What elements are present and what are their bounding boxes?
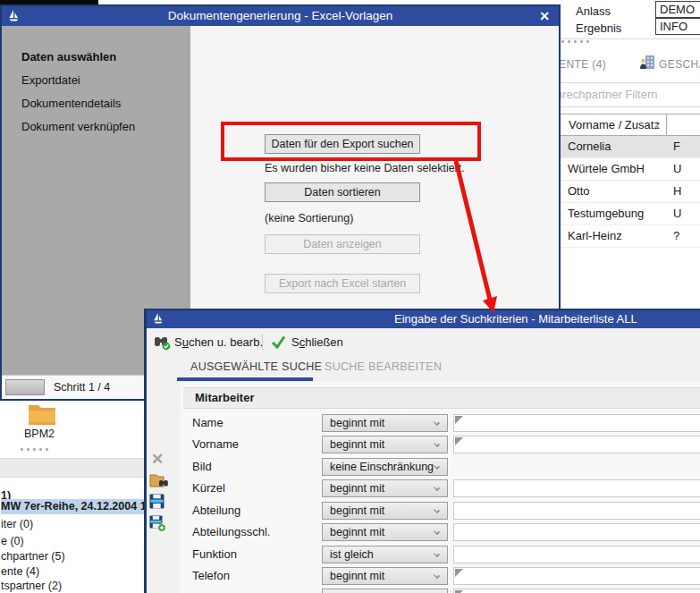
chevron-down-icon [434, 441, 440, 447]
form-row-bild: Bild keine Einschränkung [181, 458, 700, 476]
chevron-down-icon [434, 529, 440, 535]
table-row[interactable]: Cornelia F [561, 136, 700, 158]
chevron-down-icon [434, 507, 440, 513]
schliessen-button[interactable]: Schließen [291, 328, 343, 356]
dialog1-title: Dokumentengenerierung - Excel-Vorlagen [168, 9, 392, 22]
ergebnis-label: Ergebnis [576, 20, 621, 37]
operator-value: beginnt mit [330, 480, 384, 496]
sort-data-button[interactable]: Daten sortieren [265, 182, 420, 202]
section-header: Mitarbeiter [183, 387, 700, 409]
tab-geschaeftspartner[interactable]: GESCHÄF [659, 58, 700, 71]
field-label: Vorname [192, 436, 239, 453]
operator-select[interactable]: beginnt mit [322, 502, 448, 520]
table-row[interactable]: Karl-Heinz ? [561, 225, 700, 248]
table-row[interactable]: Würtele GmbH U [561, 158, 700, 181]
field-label: Bild [192, 458, 212, 476]
tab-ausgewaehlte-suche[interactable]: AUSGEWÄHLTE SUCHE [190, 360, 322, 373]
operator-select[interactable]: beginnt mit [322, 414, 448, 432]
operator-value: keine Einschränkung [330, 459, 434, 475]
operator-select[interactable]: beginnt mit [322, 479, 448, 497]
tree-item[interactable]: ente (4) [1, 564, 145, 580]
start-excel-export-button[interactable]: Export nach Excel starten [265, 274, 420, 293]
tab-suche-bearbeiten[interactable]: SUCHE BEARBEITEN [325, 360, 442, 373]
value-input[interactable] [453, 502, 700, 520]
tree-item[interactable]: chpartner (5) [1, 549, 145, 564]
cell-code: F [673, 136, 680, 157]
field-label: Name [192, 414, 223, 432]
app-sailboat-icon [153, 312, 164, 330]
field-label: Abteilungsschl. [192, 523, 270, 541]
anlass-label: Anlass [576, 3, 611, 20]
field-label: Mobiltelefon [192, 589, 255, 593]
section-title: Mitarbeiter [195, 388, 254, 408]
sidebar-item-exportdatei[interactable]: Exportdatei [21, 72, 80, 89]
cell-code: U [673, 203, 681, 224]
column-header-code[interactable] [667, 114, 700, 136]
sidebar-item-daten-auswaehlen[interactable]: Daten auswählen [21, 49, 116, 65]
column-header-vorname[interactable]: Vorname / Zusatz 1 ▲ [561, 114, 667, 136]
close-icon[interactable]: ✕ [539, 6, 550, 26]
ergebnis-field[interactable]: INFO [655, 18, 700, 35]
value-input[interactable] [453, 479, 700, 497]
business-partner-icon [639, 55, 655, 72]
search-caption: Es wurden bisher keine Daten selektiert. [265, 162, 465, 174]
search-actions-strip: ✕ [147, 382, 181, 593]
operator-select[interactable]: ist gleich [322, 546, 448, 563]
tree-item[interactable]: iter (0) [1, 517, 145, 532]
cell-code: U [673, 158, 681, 180]
operator-value: beginnt mit [330, 503, 384, 519]
folder-icon[interactable] [28, 402, 56, 428]
operator-value: beginnt mit [330, 589, 384, 593]
table-row[interactable]: Testumgebung U [561, 203, 700, 225]
value-input[interactable] [453, 523, 700, 541]
tree-item[interactable]: tspartner (2) [1, 579, 145, 593]
chevron-down-icon [434, 572, 440, 579]
operator-value: ist gleich [330, 546, 374, 563]
anlass-field[interactable]: DEMO [655, 1, 700, 18]
clear-search-icon[interactable]: ✕ [151, 452, 164, 467]
splitter-dots-icon[interactable] [21, 448, 48, 451]
dialog1-titlebar[interactable]: Dokumentengenerierung - Excel-Vorlagen ✕ [2, 6, 559, 26]
operator-select[interactable]: beginnt mit [322, 567, 448, 585]
operator-select[interactable]: beginnt mit [322, 523, 448, 541]
toolbar-separator [262, 334, 263, 350]
sidebar-item-dokument-verknuepfen[interactable]: Dokument verknüpfen [21, 119, 135, 135]
value-input[interactable] [453, 436, 700, 453]
show-data-button[interactable]: Daten anzeigen [265, 234, 420, 254]
sidebar-item-dokumentendetails[interactable]: Dokumentendetails [21, 96, 121, 112]
dialog2-titlebar[interactable]: Eingabe der Suchkriterien - Mitarbeiterl… [147, 310, 700, 328]
operator-value: beginnt mit [330, 436, 384, 453]
operator-value: beginnt mit [330, 568, 384, 584]
cell-name: Testumgebung [568, 203, 644, 224]
filter-input[interactable]: prechpartner Filtern [561, 82, 700, 107]
cell-name: Karl-Heinz [568, 225, 622, 247]
screen: Anlass DEMO Ergebnis INFO ENTE (4) GESCH… [0, 0, 700, 593]
tree-item-selected[interactable]: MW 7er-Reihe, 24.12.2004 12: [1, 499, 145, 514]
form-row-funktion: Funktion ist gleich [181, 546, 700, 563]
dialog2-title: Eingabe der Suchkriterien - Mitarbeiterl… [394, 310, 637, 328]
value-input[interactable] [453, 589, 700, 593]
save-search-as-icon[interactable] [149, 515, 166, 535]
operator-value: beginnt mit [330, 524, 384, 540]
value-input[interactable] [453, 546, 700, 563]
form-row-kuerzel: Kürzel beginnt mit [181, 479, 700, 497]
folder-label: BPM2 [11, 428, 68, 440]
form-row-mobiltelefon: Mobiltelefon beginnt mit [181, 589, 700, 593]
splitter-dots-icon[interactable] [561, 40, 589, 43]
value-input[interactable] [453, 567, 700, 585]
load-search-icon[interactable] [149, 471, 169, 492]
form-row-vorname: Vorname beginnt mit [181, 436, 700, 453]
save-search-icon[interactable] [149, 494, 164, 512]
step-indicator: Schritt 1 / 4 [54, 376, 110, 399]
operator-select[interactable]: beginnt mit [322, 589, 448, 593]
table-row[interactable]: Otto H [561, 181, 700, 203]
tree-item[interactable]: e (0) [1, 534, 145, 549]
chevron-down-icon [434, 485, 440, 491]
operator-select[interactable]: beginnt mit [322, 436, 448, 453]
tab-dokumente[interactable]: ENTE (4) [561, 58, 606, 71]
active-tab-underline [177, 377, 313, 381]
suchen-bearbeiten-button[interactable]: Suchen u. bearb. [174, 328, 263, 356]
operator-select[interactable]: keine Einschränkung [322, 458, 448, 476]
value-input[interactable] [453, 414, 700, 432]
binoculars-check-icon [154, 335, 171, 353]
